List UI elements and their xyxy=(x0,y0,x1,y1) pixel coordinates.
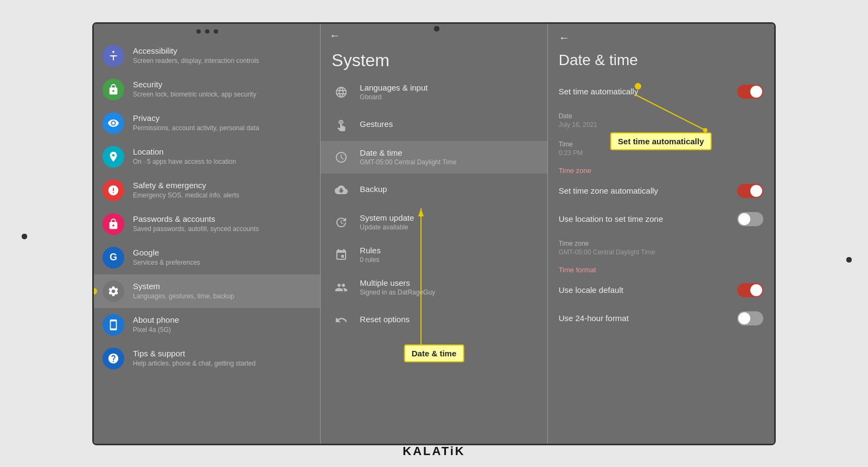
system-item-languages[interactable]: Languages & input Gboard xyxy=(321,76,547,108)
settings-item-accessibility[interactable]: Accessibility Screen readers, display, i… xyxy=(94,39,320,73)
system-item-backup[interactable]: Backup xyxy=(321,174,547,206)
set-time-annotation-box: Set time automatically xyxy=(610,132,711,150)
languages-title: Languages & input xyxy=(360,83,427,92)
security-subtitle: Screen lock, biometric unlock, app secur… xyxy=(133,91,311,99)
top-dot-3 xyxy=(434,26,439,31)
google-title: Google xyxy=(133,247,311,258)
panel2-header: System xyxy=(321,42,547,76)
location-icon xyxy=(103,146,124,168)
privacy-title: Privacy xyxy=(133,113,311,124)
safety-text: Safety & emergency Emergency SOS, medica… xyxy=(133,180,311,200)
system-item-multiuser[interactable]: Multiple users Signed in as DatRageGuy xyxy=(321,271,547,304)
back-arrow-datetime[interactable]: ← xyxy=(559,31,570,44)
dt-use-location-tz[interactable]: Use location to set time zone xyxy=(548,205,774,233)
system-page-title: System xyxy=(331,50,390,71)
tips-icon xyxy=(103,348,124,369)
multiuser-text: Multiple users Signed in as DatRageGuy xyxy=(360,278,435,296)
system-text: System Languages, gestures, time, backup xyxy=(133,281,311,301)
accessibility-title: Accessibility xyxy=(133,46,311,56)
reset-icon xyxy=(331,310,351,330)
google-icon: G xyxy=(103,247,124,268)
multiuser-title: Multiple users xyxy=(360,278,435,287)
gestures-text: Gestures xyxy=(360,119,393,130)
update-title: System update xyxy=(360,213,414,222)
google-text: Google Services & preferences xyxy=(133,247,311,267)
dt-date-text: Date July 16, 2021 xyxy=(559,111,597,129)
tips-title: Tips & support xyxy=(133,348,311,359)
location-title: Location xyxy=(133,146,311,157)
system-annotation-dot xyxy=(94,288,97,295)
reset-title: Reset options xyxy=(360,315,410,324)
top-dot xyxy=(196,29,201,34)
top-dot xyxy=(205,29,209,34)
passwords-title: Passwords & accounts xyxy=(133,214,311,225)
settings-item-passwords[interactable]: Passwords & accounts Saved passwords, au… xyxy=(94,207,320,241)
safety-title: Safety & emergency xyxy=(133,180,311,191)
about-subtitle: Pixel 4a (5G) xyxy=(133,326,311,335)
update-icon xyxy=(331,213,351,232)
dt-date-value: July 16, 2021 xyxy=(559,121,597,129)
update-sub: Update available xyxy=(360,223,414,231)
top-dot xyxy=(214,29,218,34)
dt-set-tz-label: Set time zone automatically xyxy=(559,186,658,195)
settings-item-location[interactable]: Location On · 5 apps have access to loca… xyxy=(94,140,320,174)
system-item-update[interactable]: System update Update available xyxy=(321,206,547,239)
about-title: About phone xyxy=(133,315,311,325)
settings-item-safety[interactable]: Safety & emergency Emergency SOS, medica… xyxy=(94,174,320,207)
side-dot xyxy=(846,257,852,263)
tips-text: Tips & support Help articles, phone & ch… xyxy=(133,348,311,368)
dt-tz-display: Time zone GMT-05:00 Central Daylight Tim… xyxy=(548,233,774,261)
dt-tz-value: GMT-05:00 Central Daylight Time xyxy=(559,248,655,256)
use-location-tz-toggle[interactable] xyxy=(737,212,763,226)
dt-set-tz-auto[interactable]: Set time zone automatically xyxy=(548,177,774,205)
datetime-annotation-box: Date & time xyxy=(404,344,464,362)
system-item-gestures[interactable]: Gestures xyxy=(321,108,547,141)
dt-24h[interactable]: Use 24-hour format xyxy=(548,304,774,332)
languages-icon xyxy=(331,82,351,102)
set-time-auto-toggle[interactable] xyxy=(737,85,763,99)
branding: KALATiK xyxy=(403,444,465,458)
settings-item-google[interactable]: G Google Services & preferences xyxy=(94,241,320,274)
dt-set-time-auto[interactable]: Set time automatically xyxy=(548,78,774,106)
dt-set-time-text: Set time automatically xyxy=(559,87,639,96)
settings-item-security[interactable]: Security Screen lock, biometric unlock, … xyxy=(94,73,320,106)
side-dot xyxy=(22,234,27,239)
settings-item-privacy[interactable]: Privacy Permissions, account activity, p… xyxy=(94,106,320,140)
safety-subtitle: Emergency SOS, medical info, alerts xyxy=(133,191,311,200)
dt-time-value: 0:23 PM xyxy=(559,149,583,157)
system-settings-icon xyxy=(103,280,124,302)
panel-system: ← System Languages & input Gboard Gestur… xyxy=(321,24,547,444)
settings-item-tips[interactable]: Tips & support Help articles, phone & ch… xyxy=(94,342,320,375)
settings-item-system[interactable]: System Languages, gestures, time, backup xyxy=(94,274,320,308)
update-text: System update Update available xyxy=(360,213,414,231)
dt-locale-label: Use locale default xyxy=(559,285,623,295)
system-item-reset[interactable]: Reset options xyxy=(321,304,547,336)
security-text: Security Screen lock, biometric unlock, … xyxy=(133,79,311,99)
dt-tz-label: Time zone xyxy=(559,240,655,247)
datetime-page-title-row: Date & time xyxy=(548,47,774,78)
24h-toggle[interactable] xyxy=(737,311,763,325)
location-text: Location On · 5 apps have access to loca… xyxy=(133,146,311,167)
svg-point-0 xyxy=(112,50,114,53)
dt-tz-text: Time zone GMT-05:00 Central Daylight Tim… xyxy=(559,239,655,256)
backup-text: Backup xyxy=(360,184,387,195)
dt-locale-default[interactable]: Use locale default xyxy=(548,276,774,304)
tips-subtitle: Help articles, phone & chat, getting sta… xyxy=(133,360,311,368)
back-arrow-system[interactable]: ← xyxy=(329,29,340,42)
privacy-subtitle: Permissions, account activity, personal … xyxy=(133,124,311,133)
datetime-sub: GMT-05:00 Central Daylight Time xyxy=(360,158,456,166)
dt-24h-text: Use 24-hour format xyxy=(559,314,629,323)
dt-set-time-label: Set time automatically xyxy=(559,87,639,96)
about-icon xyxy=(103,314,124,336)
set-tz-auto-toggle[interactable] xyxy=(737,184,763,198)
rules-sub: 0 rules xyxy=(360,256,380,264)
locale-default-toggle[interactable] xyxy=(737,283,763,297)
dt-24h-label: Use 24-hour format xyxy=(559,314,629,323)
settings-item-about[interactable]: About phone Pixel 4a (5G) xyxy=(94,308,320,342)
dt-time-label: Time xyxy=(559,140,583,148)
security-title: Security xyxy=(133,79,311,90)
system-item-datetime[interactable]: Date & time GMT-05:00 Central Daylight T… xyxy=(321,141,547,174)
system-item-rules[interactable]: Rules 0 rules xyxy=(321,239,547,271)
gestures-icon xyxy=(331,115,351,135)
passwords-icon xyxy=(103,213,124,235)
